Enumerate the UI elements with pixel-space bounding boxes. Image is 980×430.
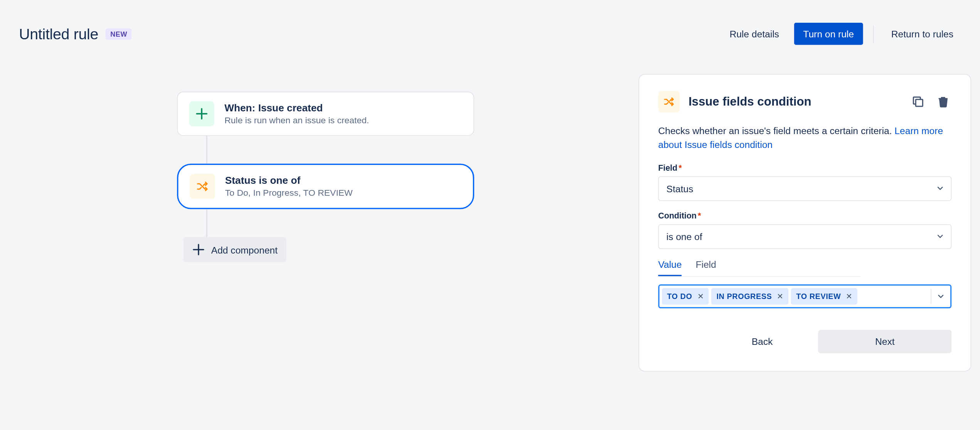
copy-icon[interactable] bbox=[910, 94, 926, 110]
condition-detail-panel: Issue fields condition Checks whether an… bbox=[638, 74, 971, 371]
chevron-down-icon[interactable] bbox=[936, 292, 945, 301]
chip-label: IN PROGRESS bbox=[716, 292, 772, 301]
tab-value[interactable]: Value bbox=[658, 259, 682, 276]
new-badge: NEW bbox=[106, 28, 132, 40]
svg-rect-0 bbox=[916, 99, 923, 106]
chip-remove-icon[interactable]: ✕ bbox=[697, 292, 704, 301]
chip-remove-icon[interactable]: ✕ bbox=[846, 292, 852, 301]
next-button[interactable]: Next bbox=[818, 329, 951, 353]
chip-label: TO DO bbox=[667, 292, 692, 301]
condition-select[interactable]: is one of bbox=[658, 224, 951, 249]
condition-select-value: is one of bbox=[667, 231, 702, 242]
back-button[interactable]: Back bbox=[714, 329, 811, 353]
rule-canvas: When: Issue created Rule is run when an … bbox=[177, 92, 506, 262]
condition-label: Condition* bbox=[658, 211, 951, 220]
multiselect-separator bbox=[931, 289, 931, 304]
condition-subtitle: To Do, In Progress, TO REVIEW bbox=[225, 188, 353, 198]
rule-details-link[interactable]: Rule details bbox=[722, 24, 787, 44]
trigger-title: When: Issue created bbox=[224, 102, 369, 114]
plus-icon bbox=[189, 101, 214, 126]
field-select[interactable]: Status bbox=[658, 176, 951, 201]
page-header: Untitled rule NEW Rule details Turn on r… bbox=[0, 0, 980, 45]
shuffle-icon bbox=[190, 174, 215, 199]
status-chip: TO REVIEW ✕ bbox=[791, 288, 857, 304]
condition-title: Status is one of bbox=[225, 175, 353, 186]
plus-icon bbox=[192, 243, 205, 256]
trigger-node[interactable]: When: Issue created Rule is run when an … bbox=[177, 92, 474, 136]
rule-title[interactable]: Untitled rule bbox=[19, 25, 98, 43]
chevron-down-icon bbox=[936, 184, 945, 193]
return-to-rules-link[interactable]: Return to rules bbox=[884, 24, 961, 44]
value-field-tabs: Value Field bbox=[658, 259, 860, 277]
connector-line bbox=[206, 209, 207, 237]
field-select-value: Status bbox=[667, 183, 694, 194]
connector-line bbox=[206, 136, 207, 164]
status-chip: TO DO ✕ bbox=[662, 288, 709, 304]
chevron-down-icon bbox=[936, 232, 945, 241]
add-component-label: Add component bbox=[211, 244, 278, 255]
chip-remove-icon[interactable]: ✕ bbox=[777, 292, 783, 301]
panel-description: Checks whether an issue's field meets a … bbox=[658, 124, 951, 151]
shuffle-icon bbox=[658, 91, 680, 113]
field-label: Field* bbox=[658, 163, 951, 172]
trigger-subtitle: Rule is run when an issue is created. bbox=[224, 115, 369, 125]
add-component-button[interactable]: Add component bbox=[184, 237, 286, 262]
status-multiselect[interactable]: TO DO ✕ IN PROGRESS ✕ TO REVIEW ✕ bbox=[658, 284, 951, 308]
trash-icon[interactable] bbox=[935, 94, 952, 110]
header-divider bbox=[873, 25, 874, 43]
chip-label: TO REVIEW bbox=[796, 292, 841, 301]
tab-field[interactable]: Field bbox=[695, 259, 716, 276]
panel-title: Issue fields condition bbox=[689, 95, 901, 109]
turn-on-rule-button[interactable]: Turn on rule bbox=[794, 23, 863, 45]
condition-node[interactable]: Status is one of To Do, In Progress, TO … bbox=[177, 164, 474, 209]
status-chip: IN PROGRESS ✕ bbox=[711, 288, 788, 304]
